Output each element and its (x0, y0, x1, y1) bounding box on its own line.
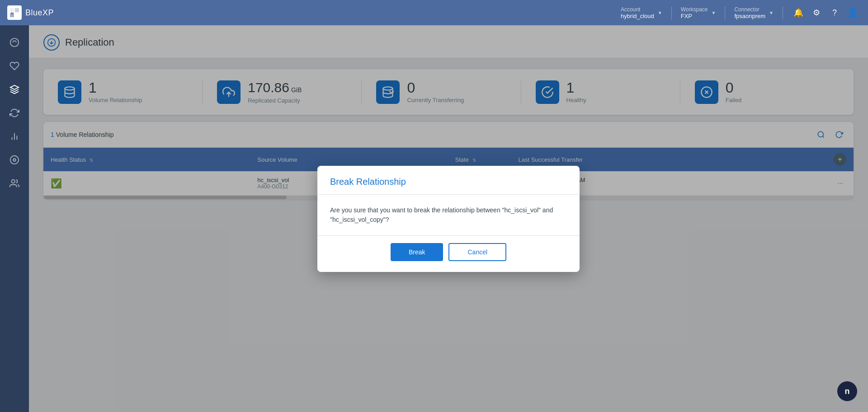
sidebar-item-analytics[interactable] (5, 126, 24, 146)
account-section[interactable]: Account hybrid_cloud ▼ (612, 6, 672, 19)
break-confirm-button[interactable]: Break (391, 243, 443, 261)
sidebar-item-dashboard[interactable] (5, 33, 24, 52)
sidebar (0, 25, 29, 412)
svg-point-12 (12, 180, 15, 183)
account-label: Account (621, 6, 654, 13)
sidebar-item-sync[interactable] (5, 103, 24, 123)
connector-dropdown-icon: ▼ (769, 10, 774, 15)
workspace-value: FXP (681, 13, 708, 19)
user-icon[interactable]: 👤 (844, 5, 861, 21)
sidebar-item-health[interactable] (5, 56, 24, 76)
sidebar-item-replication[interactable] (5, 80, 24, 99)
modal-body: Are you sure that you want to break the … (317, 195, 580, 235)
account-value: hybrid_cloud (621, 13, 654, 19)
bottom-right-badge[interactable]: n (837, 381, 857, 401)
notification-icon[interactable]: 🔔 (790, 5, 807, 21)
modal-body-text: Are you sure that you want to break the … (330, 206, 567, 225)
brand-name: BlueXP (25, 8, 54, 18)
main-content: Replication 1 Volume Relationship (29, 25, 868, 412)
badge-letter: n (845, 387, 850, 396)
main-layout: Replication 1 Volume Relationship (0, 25, 868, 412)
svg-point-7 (10, 38, 19, 47)
sidebar-item-settings[interactable] (5, 150, 24, 170)
settings-icon[interactable]: ⚙ (808, 5, 825, 21)
app-logo[interactable]: N BlueXP (7, 5, 54, 20)
connector-value: fpsaonprem (734, 13, 765, 19)
account-dropdown-icon: ▼ (658, 10, 662, 15)
help-icon[interactable]: ? (826, 5, 843, 21)
workspace-section[interactable]: Workspace FXP ▼ (672, 6, 726, 19)
top-navigation: N BlueXP Account hybrid_cloud ▼ Workspac… (0, 0, 868, 25)
modal-footer: Break Cancel (317, 235, 580, 272)
break-relationship-modal: Break Relationship Are you sure that you… (317, 166, 580, 272)
nav-icon-group: 🔔 ⚙ ? 👤 (790, 5, 861, 21)
svg-rect-4 (15, 8, 19, 12)
connector-label: Connector (734, 6, 765, 13)
sidebar-item-users[interactable] (5, 173, 24, 193)
workspace-label: Workspace (681, 6, 708, 13)
svg-point-11 (13, 159, 16, 161)
modal-title: Break Relationship (330, 177, 567, 187)
break-cancel-button[interactable]: Cancel (448, 243, 506, 261)
svg-text:N: N (11, 11, 14, 15)
modal-header: Break Relationship (317, 166, 580, 195)
modal-overlay: Break Relationship Are you sure that you… (29, 25, 868, 412)
connector-section[interactable]: Connector fpsaonprem ▼ (725, 6, 783, 19)
workspace-dropdown-icon: ▼ (712, 10, 716, 15)
netapp-logo-icon: N (7, 5, 22, 20)
